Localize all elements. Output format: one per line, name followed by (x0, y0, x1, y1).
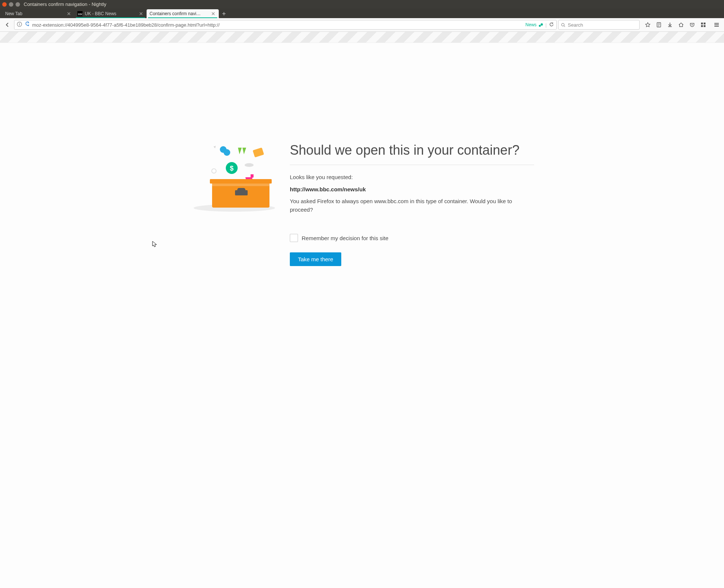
svg-point-5 (539, 25, 540, 27)
svg-rect-10 (704, 23, 705, 24)
close-icon[interactable] (138, 11, 144, 16)
requested-url: http://www.bbc.com/news/uk (290, 185, 534, 194)
url-bar[interactable]: moz-extension://404995e8-9564-4f77-a5f6-… (14, 20, 557, 30)
navigation-toolbar: moz-extension://404995e8-9564-4f77-a5f6-… (0, 18, 724, 32)
search-placeholder: Search (568, 22, 583, 28)
page-content: $ Should we open this in your container?… (0, 43, 724, 588)
remember-label: Remember my decision for this site (302, 235, 388, 241)
separator: | (546, 22, 547, 28)
pocket-button[interactable] (687, 20, 697, 30)
svg-rect-11 (701, 25, 703, 27)
container-label: News (526, 22, 537, 27)
svg-rect-12 (704, 25, 705, 27)
connection-icon[interactable] (24, 21, 30, 28)
explanation-text: You asked Firefox to always open www.bbc… (290, 197, 534, 214)
window-close-button[interactable] (2, 2, 7, 7)
intro-text: Looks like you requested: (290, 173, 534, 182)
close-icon[interactable] (66, 11, 71, 16)
container-indicator: News (526, 22, 543, 27)
divider (290, 165, 534, 165)
identity-icon[interactable] (17, 21, 22, 28)
svg-point-14 (224, 149, 230, 156)
tab-label: Containers confirm navi… (150, 11, 211, 16)
svg-point-6 (540, 23, 543, 26)
container-stripe (0, 32, 724, 43)
svg-rect-15 (253, 147, 264, 157)
reload-button[interactable] (549, 22, 554, 28)
tab-label: New Tab (5, 11, 66, 16)
svg-point-19 (212, 169, 216, 173)
new-tab-button[interactable] (219, 9, 229, 18)
remember-checkbox[interactable] (290, 234, 298, 242)
menu-button[interactable] (711, 20, 722, 30)
tree-icon (538, 22, 543, 27)
svg-rect-9 (701, 23, 703, 24)
tab-bbc-news[interactable]: BBC UK - BBC News (74, 9, 147, 18)
window-maximize-button[interactable] (16, 2, 20, 7)
tab-label: UK - BBC News (85, 11, 138, 16)
search-icon (561, 23, 566, 27)
window-titlebar: Containers confirm navigation - Nightly (0, 0, 724, 9)
svg-point-4 (19, 23, 20, 24)
container-underline (76, 17, 145, 18)
bookmark-star-button[interactable] (643, 20, 653, 30)
window-minimize-button[interactable] (9, 2, 13, 7)
container-underline (148, 17, 217, 18)
svg-text:$: $ (230, 165, 234, 172)
svg-rect-25 (210, 179, 272, 184)
svg-rect-3 (19, 24, 20, 26)
svg-rect-27 (237, 188, 245, 192)
tab-new-tab[interactable]: New Tab (2, 9, 74, 18)
url-text: moz-extension://404995e8-9564-4f77-a5f6-… (32, 22, 523, 28)
svg-point-18 (245, 163, 254, 167)
tab-containers-confirm[interactable]: Containers confirm navi… (147, 9, 219, 18)
downloads-button[interactable] (665, 20, 675, 30)
containers-button[interactable] (698, 20, 708, 30)
illustration: $ (190, 142, 275, 588)
svg-text:BBC: BBC (78, 13, 83, 16)
library-button[interactable] (654, 20, 664, 30)
search-bar[interactable]: Search (558, 20, 640, 30)
take-me-there-button[interactable]: Take me there (290, 252, 341, 266)
page-heading: Should we open this in your container? (290, 142, 534, 158)
tab-strip: New Tab BBC UK - BBC News Containers con… (0, 9, 724, 18)
home-button[interactable] (676, 20, 686, 30)
window-title: Containers confirm navigation - Nightly (24, 1, 106, 7)
back-button[interactable] (2, 20, 13, 30)
favicon-icon: BBC (77, 11, 83, 16)
svg-point-7 (562, 23, 564, 26)
close-icon[interactable] (211, 11, 216, 16)
